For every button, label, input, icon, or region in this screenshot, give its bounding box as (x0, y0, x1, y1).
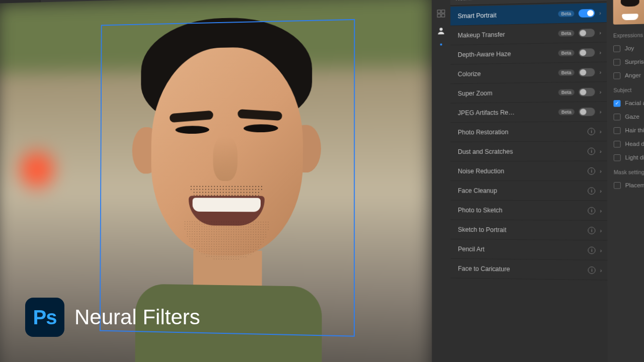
beta-badge: Beta (558, 49, 575, 56)
checkbox-icon[interactable] (613, 72, 620, 79)
option-checkbox[interactable]: Light direction (614, 150, 644, 164)
filter-item[interactable]: Sketch to Portraiti› (451, 220, 608, 240)
chevron-right-icon: › (599, 49, 601, 55)
section-heading: Mask settings (614, 169, 644, 175)
option-checkbox[interactable]: Anger (613, 67, 644, 82)
chevron-right-icon: › (599, 29, 601, 35)
info-icon[interactable]: i (588, 266, 596, 274)
info-icon[interactable]: i (588, 207, 595, 214)
featured-icon[interactable] (436, 9, 446, 19)
chevron-right-icon: › (599, 10, 601, 16)
svg-rect-2 (437, 14, 440, 17)
face-thumbnail[interactable] (613, 0, 644, 25)
chevron-right-icon: › (600, 207, 602, 213)
checkbox-icon[interactable] (613, 127, 620, 134)
checkbox-icon[interactable] (613, 113, 620, 120)
filter-toggle[interactable] (579, 28, 595, 37)
checkbox-icon[interactable] (613, 45, 620, 52)
filter-item[interactable]: Super ZoomBeta› (450, 82, 607, 104)
svg-point-4 (440, 28, 443, 31)
filter-item[interactable]: Pencil Arti› (451, 239, 608, 260)
option-checkbox[interactable]: Facial age (613, 96, 644, 110)
info-icon[interactable]: i (588, 187, 595, 195)
option-checkbox[interactable]: Surprise (613, 54, 644, 69)
info-icon[interactable]: i (588, 128, 595, 135)
overlay-title: Neural Filters (74, 305, 200, 329)
info-icon[interactable]: i (588, 147, 595, 155)
option-checkbox[interactable]: Gaze (613, 109, 644, 124)
filter-toggle[interactable] (579, 107, 595, 116)
checkbox-icon[interactable] (614, 140, 621, 147)
section-heading: Subject (613, 86, 644, 93)
chevron-right-icon: › (600, 267, 602, 274)
filter-item[interactable]: Smart PortraitBeta› (450, 3, 607, 26)
section-heading: Expressions (613, 31, 644, 39)
filter-item[interactable]: ColorizeBeta› (450, 62, 607, 84)
chevron-right-icon: › (600, 247, 602, 253)
active-indicator-icon (440, 43, 442, 45)
chevron-right-icon: › (600, 108, 602, 114)
info-icon[interactable]: i (588, 246, 596, 254)
filter-item[interactable]: Makeup TransferBeta› (450, 23, 607, 45)
branding-overlay: Ps Neural Filters (25, 298, 200, 337)
filter-item[interactable]: Dust and Scratchesi› (450, 141, 607, 161)
filter-category-rail (432, 0, 451, 362)
filter-item[interactable]: Face to Caricaturei› (451, 259, 608, 281)
chevron-right-icon: › (600, 148, 602, 154)
filter-toggle[interactable] (579, 9, 595, 17)
filter-options: ExpressionsJoySurpriseAngerSubjectFacial… (607, 0, 644, 362)
filter-toggle[interactable] (579, 48, 595, 57)
filter-item[interactable]: Face Cleanupi› (450, 181, 607, 201)
checkbox-icon[interactable] (613, 100, 620, 107)
filter-item[interactable]: Noise Reductioni› (450, 161, 607, 181)
option-checkbox[interactable]: Hair thickness (613, 123, 644, 137)
beta-badge: Beta (558, 69, 575, 76)
chevron-right-icon: › (600, 227, 602, 233)
checkbox-icon[interactable] (613, 58, 620, 65)
checkbox-icon[interactable] (614, 182, 621, 189)
option-checkbox[interactable]: Placement (614, 178, 644, 192)
svg-rect-3 (442, 14, 445, 17)
filter-toggle[interactable] (579, 87, 595, 96)
filter-item[interactable]: Depth-Aware HazeBeta› (450, 42, 607, 64)
chevron-right-icon: › (600, 168, 602, 174)
filter-item[interactable]: Photo to Sketchi› (451, 201, 608, 221)
option-checkbox[interactable]: Joy (613, 40, 644, 55)
filter-item[interactable]: JPEG Artifacts Re…Beta› (450, 102, 607, 123)
chevron-right-icon: › (600, 188, 602, 194)
checkbox-icon[interactable] (614, 154, 621, 161)
chevron-right-icon: › (599, 69, 601, 75)
option-checkbox[interactable]: Head direction (614, 137, 644, 151)
svg-rect-1 (442, 10, 445, 13)
portrait-icon[interactable] (436, 26, 446, 36)
chevron-right-icon: › (599, 88, 601, 95)
svg-rect-0 (437, 10, 440, 13)
filter-toggle[interactable] (579, 68, 595, 76)
beta-badge: Beta (558, 30, 575, 36)
info-icon[interactable]: i (588, 167, 595, 175)
beta-badge: Beta (558, 10, 575, 17)
filter-list: Smart PortraitBeta›Makeup TransferBeta›D… (450, 2, 607, 282)
info-icon[interactable]: i (588, 227, 596, 234)
beta-badge: Beta (558, 109, 575, 115)
beta-badge: Beta (558, 89, 575, 96)
ps-logo-icon: Ps (25, 298, 64, 337)
chevron-right-icon: › (600, 128, 602, 134)
filter-item[interactable]: Photo Restorationi› (450, 122, 607, 142)
